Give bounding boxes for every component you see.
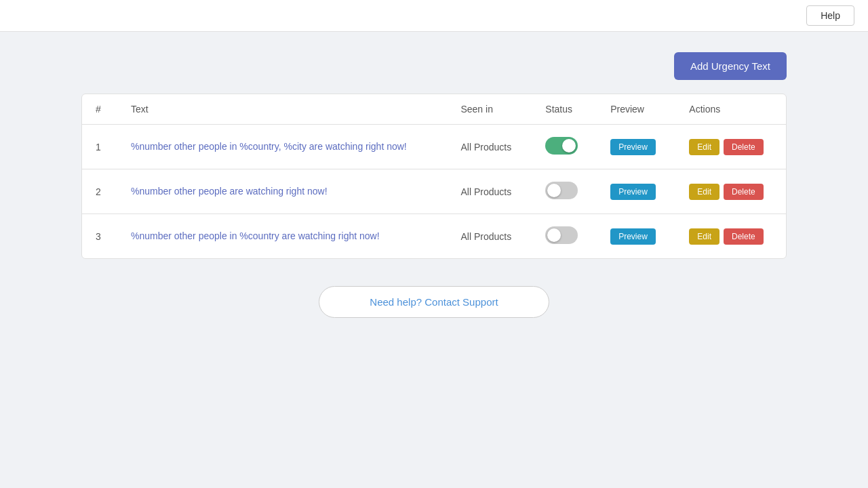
status-toggle[interactable] — [545, 182, 578, 199]
toggle-knob — [547, 184, 561, 197]
preview-button[interactable]: Preview — [610, 139, 656, 155]
row-preview-cell: Preview — [597, 169, 675, 214]
table-row: 3 %number other people in %country are w… — [82, 214, 786, 259]
help-button[interactable]: Help — [806, 5, 854, 26]
row-index: 1 — [82, 125, 117, 169]
row-text: %number other people in %country, %city … — [117, 125, 447, 169]
header: Help — [0, 0, 868, 32]
preview-button[interactable]: Preview — [610, 184, 656, 200]
row-preview-cell: Preview — [597, 214, 675, 259]
main-content: Add Urgency Text # Text Seen in Status P… — [0, 32, 868, 338]
col-text: Text — [117, 94, 447, 125]
table-header-row: # Text Seen in Status Preview Actions — [82, 94, 786, 125]
add-urgency-button[interactable]: Add Urgency Text — [674, 52, 787, 80]
contact-support-button[interactable]: Need help? Contact Support — [319, 286, 549, 318]
row-preview-cell: Preview — [597, 125, 675, 169]
toolbar: Add Urgency Text — [81, 52, 787, 80]
delete-button[interactable]: Delete — [724, 228, 764, 245]
actions-group: Edit Delete — [689, 184, 772, 200]
toggle-knob — [547, 228, 561, 242]
row-status[interactable] — [532, 214, 597, 259]
row-status[interactable] — [532, 169, 597, 214]
row-actions-cell: Edit Delete — [675, 214, 786, 259]
row-actions-cell: Edit Delete — [675, 125, 786, 169]
row-seen-in: All Products — [447, 169, 532, 214]
actions-group: Edit Delete — [689, 139, 772, 155]
row-index: 2 — [82, 169, 117, 214]
actions-group: Edit Delete — [689, 228, 772, 245]
status-toggle[interactable] — [545, 137, 578, 155]
status-toggle[interactable] — [545, 226, 578, 244]
row-text: %number other people are watching right … — [117, 169, 447, 214]
table-container: # Text Seen in Status Preview Actions 1 … — [81, 94, 787, 259]
row-seen-in: All Products — [447, 214, 532, 259]
row-text: %number other people in %country are wat… — [117, 214, 447, 259]
urgency-table: # Text Seen in Status Preview Actions 1 … — [82, 94, 786, 258]
edit-button[interactable]: Edit — [689, 184, 719, 200]
delete-button[interactable]: Delete — [724, 184, 764, 200]
col-hash: # — [82, 94, 117, 125]
col-actions: Actions — [675, 94, 786, 125]
row-seen-in: All Products — [447, 125, 532, 169]
delete-button[interactable]: Delete — [724, 139, 764, 155]
col-seen-in: Seen in — [447, 94, 532, 125]
row-actions-cell: Edit Delete — [675, 169, 786, 214]
row-index: 3 — [82, 214, 117, 259]
col-status: Status — [532, 94, 597, 125]
toggle-knob — [562, 139, 576, 152]
edit-button[interactable]: Edit — [689, 228, 719, 245]
edit-button[interactable]: Edit — [689, 139, 719, 155]
col-preview: Preview — [597, 94, 675, 125]
preview-button[interactable]: Preview — [610, 228, 656, 245]
row-status[interactable] — [532, 125, 597, 169]
table-row: 2 %number other people are watching righ… — [82, 169, 786, 214]
table-row: 1 %number other people in %country, %cit… — [82, 125, 786, 169]
